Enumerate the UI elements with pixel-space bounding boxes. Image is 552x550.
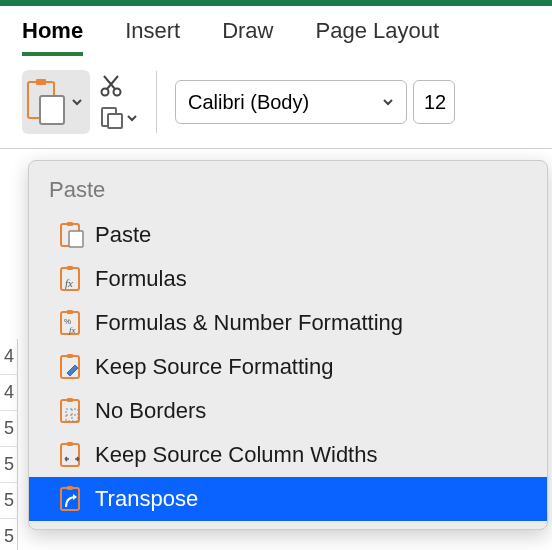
svg-rect-27 [67,442,73,446]
ribbon-tabs: Home Insert Draw Page Layout [0,6,552,56]
svg-rect-13 [67,266,73,270]
clipboard-column-width-icon [59,441,85,469]
row-header[interactable]: 5 [0,411,18,447]
ribbon-content: Calibri (Body) 12 [0,56,552,149]
menu-item-label: Paste [95,222,151,248]
clipboard-icon [26,78,66,126]
menu-item-label: Keep Source Column Widths [95,442,377,468]
paste-dropdown-arrow[interactable] [68,74,86,130]
menu-item-paste[interactable]: Paste [29,213,547,257]
font-size-select[interactable]: 12 [413,80,455,124]
svg-text:fx: fx [69,325,76,335]
font-size-value: 12 [424,91,446,114]
svg-rect-2 [40,96,64,124]
scissors-icon [100,74,122,98]
row-headers: 4 4 5 5 5 5 5 [0,339,18,550]
menu-item-transpose[interactable]: Transpose [29,477,547,521]
row-header[interactable]: 5 [0,483,18,519]
font-family-select[interactable]: Calibri (Body) [175,80,407,124]
svg-text:fx: fx [65,277,73,289]
tab-page-layout[interactable]: Page Layout [316,18,440,56]
svg-point-3 [102,89,109,96]
font-family-value: Calibri (Body) [188,91,309,114]
menu-item-label: No Borders [95,398,206,424]
svg-rect-1 [36,79,46,85]
svg-rect-20 [67,354,73,358]
clipboard-side-icons [92,72,138,132]
tab-draw[interactable]: Draw [222,18,273,56]
menu-item-formulas-number-formatting[interactable]: %fx Formulas & Number Formatting [29,301,547,345]
menu-item-label: Formulas & Number Formatting [95,310,403,336]
copy-icon [100,106,124,130]
menu-item-label: Keep Source Formatting [95,354,333,380]
group-divider [156,71,157,133]
tab-home[interactable]: Home [22,18,83,56]
svg-rect-21 [61,400,79,422]
paste-dropdown-menu: Paste Paste fx Formulas %fx Formulas & N… [28,160,548,530]
menu-item-keep-source-column-widths[interactable]: Keep Source Column Widths [29,433,547,477]
menu-item-no-borders[interactable]: No Borders [29,389,547,433]
svg-rect-29 [67,486,73,490]
svg-rect-26 [61,444,79,466]
menu-header: Paste [29,169,547,213]
clipboard-fx-icon: fx [59,265,85,293]
clipboard-no-borders-icon [59,397,85,425]
clipboard-icon [59,221,85,249]
row-header[interactable]: 4 [0,339,18,375]
menu-item-label: Transpose [95,486,198,512]
svg-rect-8 [108,114,122,128]
clipboard-percent-fx-icon: %fx [59,309,85,337]
svg-rect-16 [67,310,73,314]
row-header[interactable]: 5 [0,519,18,550]
svg-rect-10 [67,222,73,226]
svg-rect-22 [67,398,73,402]
svg-point-4 [114,89,121,96]
menu-item-keep-source-formatting[interactable]: Keep Source Formatting [29,345,547,389]
menu-item-label: Formulas [95,266,187,292]
svg-rect-11 [69,231,83,247]
chevron-down-icon [126,112,138,124]
tab-insert[interactable]: Insert [125,18,180,56]
font-section: Calibri (Body) 12 [175,80,455,124]
row-header[interactable]: 4 [0,375,18,411]
chevron-down-icon [71,96,83,108]
copy-button[interactable] [100,106,138,130]
paste-button[interactable] [22,70,90,134]
chevron-down-icon [382,96,394,108]
menu-item-formulas[interactable]: fx Formulas [29,257,547,301]
clipboard-transpose-icon [59,485,85,513]
row-header[interactable]: 5 [0,447,18,483]
cut-button[interactable] [100,74,122,98]
clipboard-brush-icon [59,353,85,381]
paste-group [22,70,138,134]
